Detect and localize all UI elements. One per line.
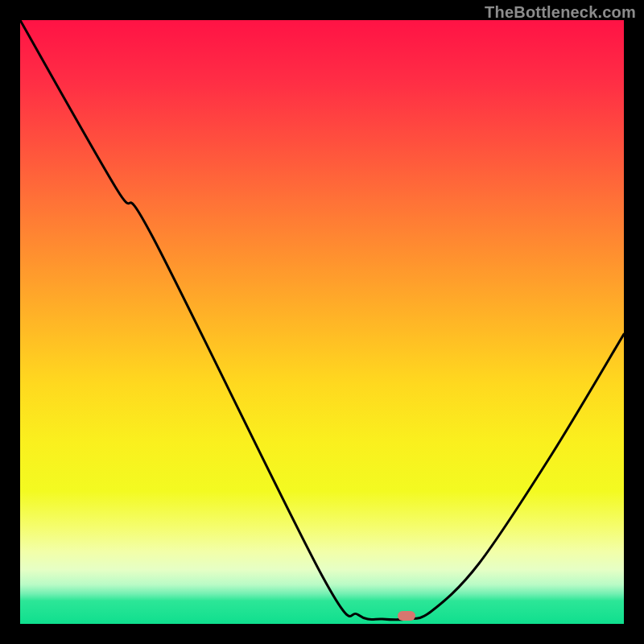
chart-stage: TheBottleneck.com xyxy=(0,0,644,644)
plot-area xyxy=(20,20,624,624)
bottleneck-curve xyxy=(20,20,624,620)
curve-svg xyxy=(20,20,624,624)
minimum-marker xyxy=(398,611,415,621)
watermark-text: TheBottleneck.com xyxy=(485,3,636,22)
